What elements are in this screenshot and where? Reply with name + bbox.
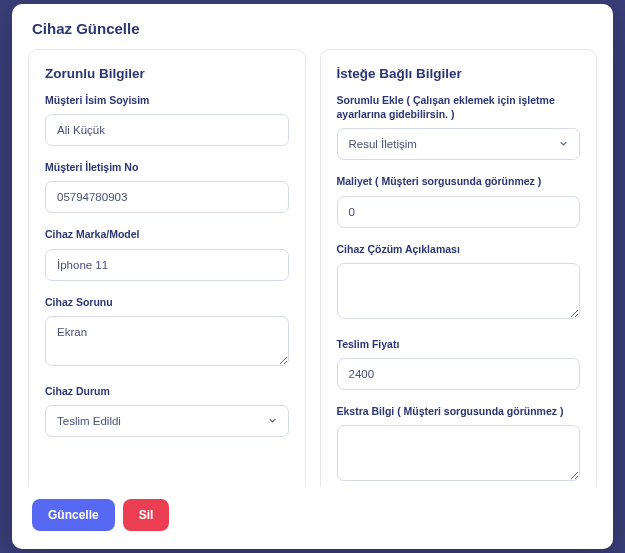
problem-label: Cihaz Sorunu xyxy=(45,295,289,309)
brand-model-input[interactable] xyxy=(45,249,289,281)
assignee-select[interactable]: Resul İletişim xyxy=(337,128,581,160)
delivery-price-label: Teslim Fiyatı xyxy=(337,337,581,351)
cost-input[interactable] xyxy=(337,196,581,228)
solution-textarea[interactable] xyxy=(337,263,581,319)
problem-textarea[interactable]: Ekran xyxy=(45,316,289,366)
extra-info-textarea[interactable] xyxy=(337,425,581,481)
required-info-card: Zorunlu Bilgiler Müşteri İsim Soyisim Mü… xyxy=(28,49,306,487)
solution-label: Cihaz Çözüm Açıklaması xyxy=(337,242,581,256)
required-info-title: Zorunlu Bilgiler xyxy=(45,66,289,81)
customer-contact-label: Müşteri İletişim No xyxy=(45,160,289,174)
cost-label: Maliyet ( Müşteri sorgusunda görünmez ) xyxy=(337,174,581,188)
modal-title: Cihaz Güncelle xyxy=(32,20,593,37)
customer-name-input[interactable] xyxy=(45,114,289,146)
assignee-label: Sorumlu Ekle ( Çalışan eklemek için işle… xyxy=(337,93,581,121)
modal-body: Zorunlu Bilgiler Müşteri İsim Soyisim Mü… xyxy=(12,49,613,487)
delete-button[interactable]: Sil xyxy=(123,499,170,531)
delivery-price-input[interactable] xyxy=(337,358,581,390)
customer-name-label: Müşteri İsim Soyisim xyxy=(45,93,289,107)
update-button[interactable]: Güncelle xyxy=(32,499,115,531)
update-device-modal: Cihaz Güncelle Zorunlu Bilgiler Müşteri … xyxy=(12,4,613,549)
extra-info-label: Ekstra Bilgi ( Müşteri sorgusunda görünm… xyxy=(337,404,581,418)
brand-model-label: Cihaz Marka/Model xyxy=(45,227,289,241)
optional-info-card: İsteğe Bağlı Bilgiler Sorumlu Ekle ( Çal… xyxy=(320,49,598,487)
optional-info-title: İsteğe Bağlı Bilgiler xyxy=(337,66,581,81)
customer-contact-input[interactable] xyxy=(45,181,289,213)
status-select[interactable]: Teslim Edildi xyxy=(45,405,289,437)
status-label: Cihaz Durum xyxy=(45,384,289,398)
modal-header: Cihaz Güncelle xyxy=(12,4,613,49)
modal-footer: Güncelle Sil xyxy=(12,487,613,549)
